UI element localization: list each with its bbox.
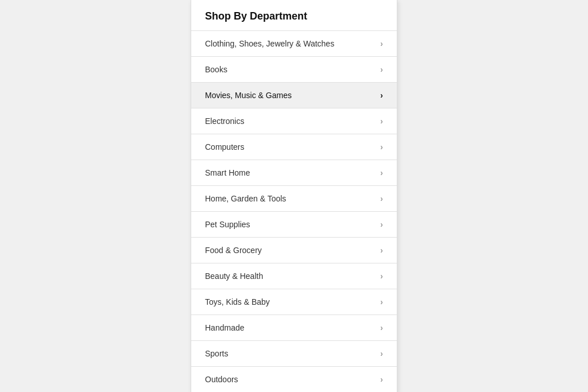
- chevron-right-icon-toys-kids: ›: [380, 297, 383, 306]
- menu-item-home-garden[interactable]: Home, Garden & Tools›: [191, 186, 397, 212]
- menu-item-smart-home[interactable]: Smart Home›: [191, 160, 397, 186]
- menu-item-label-outdoors: Outdoors: [205, 375, 238, 384]
- menu-items-list: Clothing, Shoes, Jewelry & Watches›Books…: [191, 31, 397, 392]
- chevron-right-icon-sports: ›: [380, 349, 383, 358]
- menu-item-sports[interactable]: Sports›: [191, 341, 397, 367]
- menu-item-label-computers: Computers: [205, 142, 244, 152]
- menu-item-label-smart-home: Smart Home: [205, 168, 250, 177]
- menu-item-label-food-grocery: Food & Grocery: [205, 246, 262, 255]
- menu-item-handmade[interactable]: Handmade›: [191, 315, 397, 341]
- menu-item-pet-supplies[interactable]: Pet Supplies›: [191, 212, 397, 238]
- menu-item-food-grocery[interactable]: Food & Grocery›: [191, 238, 397, 263]
- menu-item-electronics[interactable]: Electronics›: [191, 108, 397, 134]
- chevron-right-icon-beauty-health: ›: [380, 271, 383, 281]
- shop-by-department-menu: Shop By Department Clothing, Shoes, Jewe…: [191, 0, 397, 392]
- menu-item-label-toys-kids: Toys, Kids & Baby: [205, 297, 270, 306]
- menu-item-outdoors[interactable]: Outdoors›: [191, 367, 397, 392]
- menu-item-label-beauty-health: Beauty & Health: [205, 271, 263, 281]
- chevron-right-icon-handmade: ›: [380, 323, 383, 332]
- menu-item-label-handmade: Handmade: [205, 323, 245, 332]
- menu-item-clothing[interactable]: Clothing, Shoes, Jewelry & Watches›: [191, 31, 397, 57]
- chevron-right-icon-smart-home: ›: [380, 168, 383, 177]
- menu-item-label-books: Books: [205, 65, 227, 74]
- menu-item-label-sports: Sports: [205, 349, 228, 358]
- chevron-right-icon-clothing: ›: [380, 39, 383, 48]
- chevron-right-icon-outdoors: ›: [380, 375, 383, 384]
- menu-item-books[interactable]: Books›: [191, 57, 397, 83]
- chevron-right-icon-home-garden: ›: [380, 194, 383, 203]
- chevron-right-icon-computers: ›: [380, 142, 383, 152]
- menu-item-label-clothing: Clothing, Shoes, Jewelry & Watches: [205, 39, 334, 48]
- menu-item-toys-kids[interactable]: Toys, Kids & Baby›: [191, 289, 397, 315]
- menu-item-beauty-health[interactable]: Beauty & Health›: [191, 263, 397, 289]
- chevron-right-icon-books: ›: [380, 65, 383, 74]
- menu-item-movies[interactable]: Movies, Music & Games›: [191, 83, 397, 108]
- menu-item-label-electronics: Electronics: [205, 117, 244, 126]
- menu-title: Shop By Department: [191, 0, 397, 31]
- menu-item-label-movies: Movies, Music & Games: [205, 91, 292, 100]
- menu-item-label-pet-supplies: Pet Supplies: [205, 220, 250, 229]
- menu-item-label-home-garden: Home, Garden & Tools: [205, 194, 286, 203]
- chevron-right-icon-movies: ›: [380, 91, 383, 100]
- chevron-right-icon-electronics: ›: [380, 117, 383, 126]
- menu-item-computers[interactable]: Computers›: [191, 134, 397, 160]
- chevron-right-icon-food-grocery: ›: [380, 246, 383, 255]
- chevron-right-icon-pet-supplies: ›: [380, 220, 383, 229]
